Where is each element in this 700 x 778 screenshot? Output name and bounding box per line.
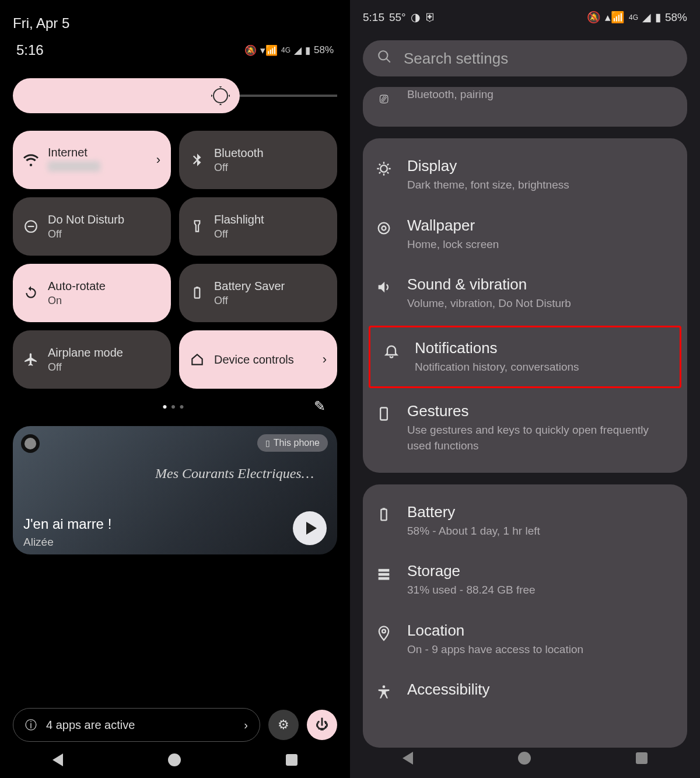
item-title: Wallpaper <box>407 217 674 235</box>
qs-tile-bluetooth[interactable]: BluetoothOff <box>179 131 337 189</box>
active-apps-label: 4 apps are active <box>46 718 135 732</box>
signal-icon: ◢ <box>642 11 651 24</box>
item-sub: Notification history, conversations <box>415 360 667 375</box>
search-settings-input[interactable]: Search settings <box>363 40 687 76</box>
item-title: Accessibility <box>407 681 674 699</box>
dnd-off-icon: 🔕 <box>587 11 601 24</box>
qs-tile-internet[interactable]: Internet› <box>13 131 171 189</box>
nav-bar <box>0 744 350 776</box>
status-icons: 🔕 ▾📶 4G ◢ ▮ 58% <box>244 44 334 57</box>
power-button[interactable]: ⏻ <box>307 710 337 740</box>
status-bar: 5:15 55° ◑ ⛨ 🔕 ▴📶 4G ◢ ▮ 58% <box>350 0 700 24</box>
location-icon <box>376 625 392 641</box>
edit-tiles-button[interactable]: ✎ <box>314 398 329 414</box>
settings-app: 5:15 55° ◑ ⛨ 🔕 ▴📶 4G ◢ ▮ 58% Search sett… <box>350 0 700 778</box>
artist-name: Alizée <box>23 536 54 549</box>
settings-item-display[interactable]: DisplayDark theme, font size, brightness <box>363 145 687 205</box>
svg-rect-3 <box>196 287 198 288</box>
active-apps-pill[interactable]: ⓘ 4 apps are active › <box>13 708 260 742</box>
svg-rect-9 <box>380 408 387 420</box>
chevron-right-icon: › <box>156 152 160 168</box>
svg-rect-11 <box>383 508 386 509</box>
qs-tile-device-controls[interactable]: Device controls› <box>179 330 337 389</box>
item-title: Sound & vibration <box>407 275 674 294</box>
brightness-slider[interactable] <box>13 78 337 113</box>
gestures-icon <box>376 406 392 422</box>
tile-sub: Off <box>48 228 160 240</box>
battery-icon: ▮ <box>305 44 310 57</box>
wifi-icon <box>23 152 38 168</box>
svg-rect-13 <box>379 573 390 576</box>
battery-icon <box>190 285 205 301</box>
page-indicator: ●●● ✎ <box>0 402 350 411</box>
tile-sub: On <box>48 295 160 307</box>
settings-button[interactable]: ⚙ <box>268 710 299 740</box>
chevron-right-icon: › <box>244 718 248 732</box>
item-sub: 31% used - 88.24 GB free <box>407 582 674 598</box>
chevron-right-icon: › <box>323 352 327 367</box>
output-device-chip[interactable]: ▯ This phone <box>257 434 328 452</box>
svg-rect-14 <box>379 577 390 580</box>
tile-sub: Off <box>214 295 327 307</box>
home-button[interactable] <box>168 753 181 766</box>
settings-item-sound-vibration[interactable]: Sound & vibrationVolume, vibration, Do N… <box>363 264 687 323</box>
signal-icon: ◢ <box>294 44 302 57</box>
home-icon <box>190 352 205 367</box>
song-title: J'en ai marre ! <box>23 516 111 532</box>
qs-tile-do-not-disturb[interactable]: Do Not DisturbOff <box>13 197 171 256</box>
tile-title: Airplane mode <box>48 346 160 360</box>
svg-point-7 <box>379 222 390 233</box>
settings-item-connected-devices[interactable]: ⎚ Bluetooth, pairing <box>363 87 687 118</box>
settings-item-gestures[interactable]: GesturesUse gestures and keys to quickly… <box>363 390 687 465</box>
info-icon: ⓘ <box>25 717 37 733</box>
moon-icon: ◑ <box>411 11 421 24</box>
item-sub: Volume, vibration, Do Not Disturb <box>407 296 674 312</box>
svg-point-4 <box>379 51 387 60</box>
qs-tile-airplane-mode[interactable]: Airplane modeOff <box>13 330 171 389</box>
settings-group-connected: ⎚ Bluetooth, pairing <box>363 87 687 127</box>
settings-item-battery[interactable]: Battery58% - About 1 day, 1 hr left <box>363 491 687 551</box>
qs-tile-flashlight[interactable]: FlashlightOff <box>179 197 337 256</box>
search-icon <box>377 49 392 68</box>
settings-item-storage[interactable]: Storage31% used - 88.24 GB free <box>363 550 687 610</box>
settings-item-location[interactable]: LocationOn - 9 apps have access to locat… <box>363 610 687 669</box>
album-title: Mes Courants Electriques… <box>155 466 314 482</box>
recents-button[interactable] <box>286 754 298 766</box>
item-title: Notifications <box>415 339 667 357</box>
brightness-icon <box>213 88 228 103</box>
accessibility-icon <box>376 684 392 700</box>
back-button[interactable] <box>52 753 63 766</box>
media-player-card[interactable]: ▯ This phone Mes Courants Electriques… J… <box>13 426 337 554</box>
settings-item-accessibility[interactable]: Accessibility <box>363 669 687 713</box>
home-button[interactable] <box>518 752 531 765</box>
recents-button[interactable] <box>636 752 648 764</box>
play-button[interactable] <box>293 511 327 545</box>
devices-icon: ⎚ <box>376 90 392 107</box>
dnd-off-icon: 🔕 <box>244 44 257 57</box>
item-title: Storage <box>407 562 674 580</box>
settings-item-wallpaper[interactable]: WallpaperHome, lock screen <box>363 205 687 264</box>
wallpaper-icon <box>376 220 392 236</box>
tile-title: Bluetooth <box>214 146 327 160</box>
tile-title: Auto-rotate <box>48 280 160 293</box>
quick-settings-panel: Fri, Apr 5 5:16 🔕 ▾📶 4G ◢ ▮ 58% Internet… <box>0 0 350 778</box>
status-bar: 5:16 🔕 ▾📶 4G ◢ ▮ 58% <box>0 32 350 58</box>
qs-tile-auto-rotate[interactable]: Auto-rotateOn <box>13 264 171 322</box>
qs-tile-battery-saver[interactable]: Battery SaverOff <box>179 264 337 322</box>
storage-icon <box>376 566 392 582</box>
back-button[interactable] <box>402 752 413 765</box>
settings-item-notifications[interactable]: NotificationsNotification history, conve… <box>370 327 680 387</box>
svg-point-6 <box>380 165 387 172</box>
tile-title: Battery Saver <box>214 280 327 293</box>
device-label: This phone <box>274 438 320 448</box>
settings-group-system: Battery58% - About 1 day, 1 hr leftStora… <box>363 484 687 748</box>
search-placeholder: Search settings <box>404 50 508 68</box>
tile-title: Do Not Disturb <box>48 213 160 226</box>
shield-icon: ⛨ <box>425 11 436 24</box>
tile-sub <box>48 161 147 175</box>
dnd-icon <box>23 219 38 234</box>
display-icon <box>376 161 392 177</box>
rotate-icon <box>23 285 38 301</box>
phone-icon: ▯ <box>265 438 270 448</box>
svg-point-8 <box>382 226 386 230</box>
